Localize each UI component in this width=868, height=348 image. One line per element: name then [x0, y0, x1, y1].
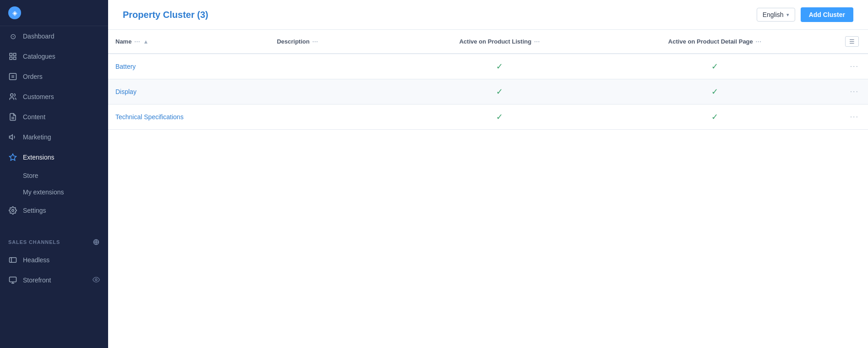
- sidebar-item-content[interactable]: Content: [0, 107, 108, 127]
- column-description-options[interactable]: ···: [312, 39, 318, 45]
- svg-rect-3: [10, 57, 12, 60]
- svg-point-18: [95, 279, 97, 281]
- main-content: Property Cluster (3) English ▾ Add Clust…: [108, 0, 868, 348]
- storefront-icon: [8, 276, 17, 285]
- row-battery-active-listing: ✓: [398, 54, 601, 79]
- row-techspecs-menu-button[interactable]: ···: [850, 113, 859, 121]
- row-display-menu-button[interactable]: ···: [850, 88, 859, 95]
- page-title: Property Cluster (3): [123, 10, 208, 20]
- table-row: Technical Specifications ✓ ✓ ···: [108, 105, 868, 130]
- sidebar-item-orders-label: Orders: [23, 73, 43, 80]
- column-listing-options[interactable]: ···: [534, 39, 540, 45]
- chevron-down-icon: ▾: [786, 12, 789, 18]
- property-cluster-table: Name ··· ▲ Description ··· Active: [108, 30, 868, 348]
- column-detail-options[interactable]: ···: [756, 39, 762, 45]
- page-header: Property Cluster (3) English ▾ Add Clust…: [108, 0, 868, 30]
- check-icon: ✓: [711, 112, 718, 122]
- table-row: Battery ✓ ✓ ···: [108, 54, 868, 79]
- svg-rect-0: [10, 53, 12, 55]
- check-icon: ✓: [711, 87, 718, 96]
- sales-channels-label: Sales Channels: [8, 239, 60, 245]
- row-battery-menu-button[interactable]: ···: [850, 62, 859, 70]
- add-cluster-button[interactable]: Add Cluster: [801, 7, 853, 22]
- sidebar-item-dashboard-label: Dashboard: [23, 33, 55, 40]
- row-techspecs-active-listing: ✓: [398, 105, 601, 130]
- language-label: English: [763, 11, 784, 18]
- row-battery-actions: ···: [829, 54, 868, 79]
- sidebar-item-extensions-label: Extensions: [23, 154, 54, 161]
- sidebar-logo: ◈: [0, 0, 108, 26]
- check-icon: ✓: [496, 62, 503, 71]
- logo-icon: ◈: [8, 6, 21, 19]
- sidebar-item-content-label: Content: [23, 113, 45, 121]
- row-battery-active-detail: ✓: [601, 54, 829, 79]
- sidebar-item-extensions[interactable]: Extensions: [0, 147, 108, 167]
- table-column-settings-button[interactable]: ☰: [845, 36, 859, 47]
- row-battery-name[interactable]: Battery: [108, 54, 269, 79]
- column-header-description[interactable]: Description ···: [269, 30, 398, 54]
- svg-rect-4: [10, 73, 16, 80]
- row-display-active-detail: ✓: [601, 79, 829, 105]
- row-techspecs-description: [269, 105, 398, 130]
- row-display-description: [269, 79, 398, 105]
- customers-icon: [8, 92, 17, 101]
- orders-icon: [8, 72, 17, 81]
- headless-icon: [8, 255, 17, 265]
- dashboard-icon: ⊙: [8, 32, 17, 41]
- column-header-active-listing[interactable]: Active on Product Listing ···: [398, 30, 601, 54]
- catalogues-icon: [8, 52, 17, 61]
- row-techspecs-active-detail: ✓: [601, 105, 829, 130]
- sidebar-item-headless-label: Headless: [23, 256, 49, 264]
- sidebar-item-storefront-label: Storefront: [23, 276, 87, 284]
- settings-icon: [8, 206, 17, 215]
- row-display-name[interactable]: Display: [108, 79, 269, 105]
- sidebar-subitem-store-label: Store: [23, 172, 38, 179]
- marketing-icon: [8, 133, 17, 142]
- sidebar-subitem-store[interactable]: Store: [0, 167, 108, 184]
- header-actions: English ▾ Add Cluster: [757, 7, 853, 22]
- language-selector[interactable]: English ▾: [757, 8, 795, 22]
- sidebar-item-headless[interactable]: Headless: [0, 250, 108, 270]
- sidebar: ◈ ⊙ Dashboard Catalogues Orders Customer…: [0, 0, 108, 348]
- table-header-row: Name ··· ▲ Description ··· Active: [108, 30, 868, 54]
- row-battery-description: [269, 54, 398, 79]
- sidebar-item-marketing[interactable]: Marketing: [0, 127, 108, 147]
- svg-rect-13: [10, 258, 16, 263]
- row-display-active-listing: ✓: [398, 79, 601, 105]
- row-techspecs-name[interactable]: Technical Specifications: [108, 105, 269, 130]
- sort-ascending-icon[interactable]: ▲: [143, 39, 148, 45]
- row-techspecs-actions: ···: [829, 105, 868, 130]
- sidebar-item-marketing-label: Marketing: [23, 133, 51, 141]
- svg-marker-11: [10, 154, 16, 160]
- sidebar-item-customers-label: Customers: [23, 93, 54, 100]
- check-icon: ✓: [711, 62, 718, 71]
- sidebar-item-customers[interactable]: Customers: [0, 87, 108, 107]
- sidebar-item-catalogues-label: Catalogues: [23, 53, 55, 60]
- table-row: Display ✓ ✓ ···: [108, 79, 868, 105]
- svg-point-7: [11, 94, 13, 96]
- content-icon: [8, 112, 17, 122]
- sidebar-item-catalogues[interactable]: Catalogues: [0, 46, 108, 66]
- sidebar-item-settings[interactable]: Settings: [0, 200, 108, 221]
- column-header-actions: ☰: [829, 30, 868, 54]
- svg-rect-15: [10, 277, 16, 282]
- svg-point-12: [12, 210, 14, 212]
- sidebar-item-orders[interactable]: Orders: [0, 66, 108, 87]
- column-header-active-detail[interactable]: Active on Product Detail Page ···: [601, 30, 829, 54]
- svg-rect-2: [14, 57, 16, 60]
- sidebar-item-dashboard[interactable]: ⊙ Dashboard: [0, 26, 108, 46]
- sidebar-item-storefront[interactable]: Storefront: [0, 270, 108, 290]
- sidebar-subitem-my-extensions[interactable]: My extensions: [0, 184, 108, 200]
- check-icon: ✓: [496, 112, 503, 122]
- column-name-options[interactable]: ···: [134, 39, 140, 45]
- svg-rect-1: [14, 53, 16, 55]
- check-icon: ✓: [496, 87, 503, 96]
- svg-marker-10: [10, 135, 13, 140]
- sidebar-subitem-my-extensions-label: My extensions: [23, 188, 64, 196]
- column-header-name[interactable]: Name ··· ▲: [108, 30, 269, 54]
- add-sales-channel-button[interactable]: ⊕: [93, 238, 100, 246]
- storefront-eye-icon[interactable]: [93, 276, 100, 285]
- sales-channels-section: Sales Channels ⊕: [0, 230, 108, 250]
- sidebar-item-settings-label: Settings: [23, 207, 46, 214]
- extensions-icon: [8, 153, 17, 162]
